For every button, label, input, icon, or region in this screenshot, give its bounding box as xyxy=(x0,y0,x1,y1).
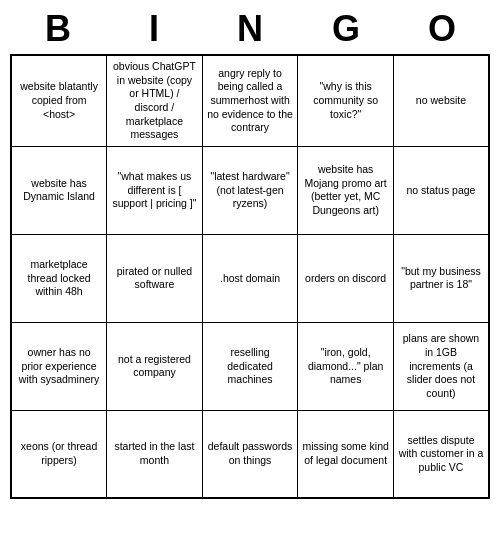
bingo-cell[interactable]: "but my business partner is 18" xyxy=(393,234,489,322)
bingo-cell[interactable]: "latest hardware" (not latest-gen ryzens… xyxy=(202,146,298,234)
bingo-cell[interactable]: started in the last month xyxy=(107,410,203,498)
table-row: xeons (or thread rippers)started in the … xyxy=(11,410,489,498)
bingo-cell[interactable]: owner has no prior experience with sysad… xyxy=(11,322,107,410)
bingo-cell[interactable]: xeons (or thread rippers) xyxy=(11,410,107,498)
bingo-cell[interactable]: angry reply to being called a summerhost… xyxy=(202,55,298,146)
bingo-cell[interactable]: default passwords on things xyxy=(202,410,298,498)
bingo-cell[interactable]: no status page xyxy=(393,146,489,234)
letter-i: I xyxy=(110,8,198,50)
bingo-cell[interactable]: marketplace thread locked within 48h xyxy=(11,234,107,322)
bingo-cell[interactable]: obvious ChatGPT in website (copy or HTML… xyxy=(107,55,203,146)
bingo-table: website blatantly copied from <host>obvi… xyxy=(10,54,490,499)
bingo-cell[interactable]: website blatantly copied from <host> xyxy=(11,55,107,146)
bingo-cell[interactable]: missing some kind of legal document xyxy=(298,410,394,498)
bingo-cell[interactable]: pirated or nulled software xyxy=(107,234,203,322)
bingo-cell[interactable]: orders on discord xyxy=(298,234,394,322)
bingo-cell[interactable]: not a registered company xyxy=(107,322,203,410)
bingo-header: B I N G O xyxy=(10,0,490,54)
bingo-cell[interactable]: "what makes us different is [ support | … xyxy=(107,146,203,234)
bingo-cell[interactable]: website has Mojang promo art (better yet… xyxy=(298,146,394,234)
table-row: website blatantly copied from <host>obvi… xyxy=(11,55,489,146)
bingo-cell[interactable]: website has Dynamic Island xyxy=(11,146,107,234)
bingo-cell[interactable]: "iron, gold, diamond..." plan names xyxy=(298,322,394,410)
table-row: website has Dynamic Island"what makes us… xyxy=(11,146,489,234)
bingo-cell[interactable]: reselling dedicated machines xyxy=(202,322,298,410)
letter-o: O xyxy=(398,8,486,50)
bingo-cell[interactable]: .host domain xyxy=(202,234,298,322)
bingo-cell[interactable]: settles dispute with customer in a publi… xyxy=(393,410,489,498)
bingo-cell[interactable]: no website xyxy=(393,55,489,146)
table-row: marketplace thread locked within 48hpira… xyxy=(11,234,489,322)
letter-g: G xyxy=(302,8,390,50)
letter-b: B xyxy=(14,8,102,50)
bingo-cell[interactable]: "why is this community so toxic?" xyxy=(298,55,394,146)
table-row: owner has no prior experience with sysad… xyxy=(11,322,489,410)
letter-n: N xyxy=(206,8,294,50)
bingo-cell[interactable]: plans are shown in 1GB increments (a sli… xyxy=(393,322,489,410)
